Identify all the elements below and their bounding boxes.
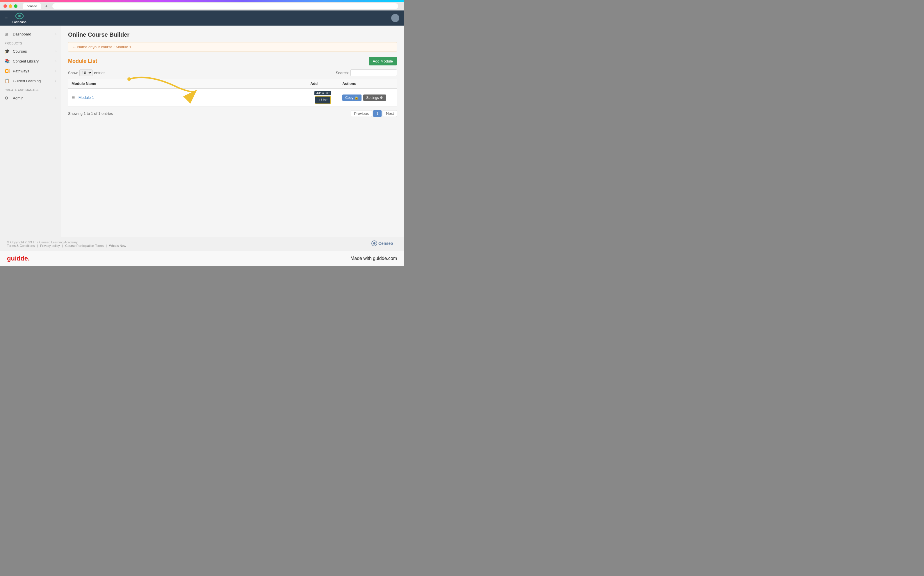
search-input[interactable] bbox=[351, 69, 397, 76]
entries-label: entries bbox=[94, 70, 106, 75]
show-label: Show bbox=[68, 70, 78, 75]
svg-text:Censeo: Censeo bbox=[378, 241, 393, 246]
sidebar-label-pathways: Pathways bbox=[13, 69, 52, 73]
module-name-cell: ☰ Module 1 bbox=[68, 88, 307, 107]
show-entries: Show 10 25 50 entries bbox=[68, 69, 106, 76]
svg-point-5 bbox=[373, 242, 375, 245]
next-button[interactable]: Next bbox=[383, 110, 397, 117]
sidebar-item-admin[interactable]: ⚙ Admin › bbox=[0, 93, 61, 103]
sidebar-arrow-content-library: › bbox=[55, 59, 56, 63]
sidebar-label-courses: Courses bbox=[13, 49, 52, 53]
previous-button[interactable]: Previous bbox=[351, 110, 372, 117]
sidebar-arrow-pathways: › bbox=[55, 69, 56, 73]
footer-links: Terms & Conditions | Privacy policy | Co… bbox=[7, 244, 126, 248]
sidebar-item-pathways[interactable]: 🔀 Pathways › bbox=[0, 66, 61, 76]
hamburger-icon[interactable]: ≡ bbox=[5, 15, 8, 21]
col-add: Add bbox=[307, 79, 339, 88]
sidebar-arrow-guided-learning: › bbox=[55, 79, 56, 83]
whats-new-link[interactable]: What's New bbox=[109, 244, 126, 248]
privacy-link[interactable]: Privacy policy bbox=[40, 244, 59, 248]
sidebar-item-courses[interactable]: 🎓 Courses › bbox=[0, 46, 61, 56]
search-bar: Search: bbox=[336, 69, 397, 76]
settings-button[interactable]: Settings ⚙ bbox=[363, 94, 386, 101]
add-unit-tooltip: Add a unit bbox=[314, 91, 331, 95]
module-list-title: Module List bbox=[68, 58, 97, 64]
breadcrumb: ← Name of your course / Module 1 bbox=[68, 42, 397, 52]
drag-handle-icon[interactable]: ☰ bbox=[72, 95, 75, 100]
traffic-lights bbox=[3, 4, 18, 8]
add-unit-button[interactable]: + Unit bbox=[315, 96, 331, 104]
sidebar-label-admin: Admin bbox=[13, 96, 52, 100]
admin-icon: ⚙ bbox=[5, 96, 10, 100]
entries-select[interactable]: 10 25 50 bbox=[79, 69, 93, 76]
sidebar-arrow-admin: › bbox=[55, 96, 56, 100]
guidde-tagline: Made with guidde.com bbox=[351, 256, 397, 261]
courses-icon: 🎓 bbox=[5, 49, 10, 53]
svg-point-1 bbox=[18, 15, 21, 17]
censeo-footer-logo: Censeo bbox=[371, 239, 397, 248]
page-1-button[interactable]: 1 bbox=[373, 110, 381, 117]
module-name-link[interactable]: Module 1 bbox=[78, 95, 94, 100]
sidebar-label-guided-learning: Guided Learning bbox=[13, 79, 52, 83]
user-avatar bbox=[391, 14, 399, 22]
products-section-label: PRODUCTS bbox=[0, 39, 61, 46]
browser-chrome: censeo + bbox=[0, 2, 404, 10]
footer-sep2: | bbox=[62, 244, 63, 248]
dashboard-icon: ⊞ bbox=[5, 32, 10, 36]
table-wrapper: Module Name Add Actions ☰ Module 1 Add bbox=[68, 79, 397, 107]
sidebar-label-content-library: Content Library bbox=[13, 59, 52, 63]
tab-label: censeo bbox=[27, 4, 37, 8]
logo-container: Censeo bbox=[13, 12, 27, 24]
main-layout: ⊞ Dashboard › PRODUCTS 🎓 Courses › 📚 Con… bbox=[0, 26, 404, 237]
sidebar-label-dashboard: Dashboard bbox=[13, 32, 52, 36]
col-actions: Actions bbox=[339, 79, 397, 88]
guided-learning-icon: 📋 bbox=[5, 78, 10, 83]
footer-sep1: | bbox=[37, 244, 38, 248]
footer-sep3: | bbox=[106, 244, 107, 248]
copy-button[interactable]: Copy 🔒 bbox=[342, 94, 362, 101]
pagination-showing: Showing 1 to 1 of 1 entries bbox=[68, 111, 113, 116]
nav-user bbox=[391, 14, 399, 22]
action-buttons: Copy 🔒 Settings ⚙ bbox=[342, 94, 394, 101]
table-controls: Show 10 25 50 entries Search: bbox=[68, 69, 397, 76]
url-bar[interactable] bbox=[52, 3, 398, 9]
table-row: ☰ Module 1 Add a unit + Unit Copy 🔒 bbox=[68, 88, 397, 107]
terms-link[interactable]: Terms & Conditions bbox=[7, 244, 35, 248]
col-module-name: Module Name bbox=[68, 79, 307, 88]
footer-logo: Censeo bbox=[371, 239, 397, 248]
pagination-controls: Previous 1 Next bbox=[351, 110, 397, 117]
guidde-bar: guidde. Made with guidde.com bbox=[0, 251, 404, 266]
sidebar-arrow-courses: › bbox=[55, 50, 56, 53]
tl-red[interactable] bbox=[3, 4, 7, 8]
module-table: Module Name Add Actions ☰ Module 1 Add bbox=[68, 79, 397, 107]
sidebar-item-guided-learning[interactable]: 📋 Guided Learning › bbox=[0, 76, 61, 86]
breadcrumb-back-link[interactable]: ← Name of your course bbox=[72, 45, 112, 49]
pagination-bar: Showing 1 to 1 of 1 entries Previous 1 N… bbox=[68, 110, 397, 117]
page-footer: © Copyright 2023 The Censeo Learning Aca… bbox=[0, 237, 404, 251]
add-module-button[interactable]: Add Module bbox=[369, 57, 397, 66]
guidde-logo: guidde. bbox=[7, 255, 30, 262]
top-nav: ≡ Censeo bbox=[0, 10, 404, 26]
sidebar: ⊞ Dashboard › PRODUCTS 🎓 Courses › 📚 Con… bbox=[0, 26, 61, 237]
sidebar-item-dashboard[interactable]: ⊞ Dashboard › bbox=[0, 29, 61, 39]
breadcrumb-current[interactable]: Module 1 bbox=[116, 45, 131, 49]
add-unit-cell: Add a unit + Unit bbox=[307, 88, 339, 107]
sidebar-item-content-library[interactable]: 📚 Content Library › bbox=[0, 56, 61, 66]
pathways-icon: 🔀 bbox=[5, 69, 10, 73]
breadcrumb-sep: / bbox=[114, 45, 115, 49]
create-section-label: CREATE AND MANAGE bbox=[0, 86, 61, 93]
logo-icon bbox=[15, 12, 24, 20]
page-title: Online Course Builder bbox=[68, 31, 397, 38]
logo-text: Censeo bbox=[13, 20, 27, 24]
sidebar-arrow-dashboard: › bbox=[55, 32, 56, 36]
footer-left: © Copyright 2023 The Censeo Learning Aca… bbox=[7, 240, 126, 248]
course-participation-terms-link[interactable]: Course Participation Terms bbox=[65, 244, 104, 248]
browser-tab[interactable]: censeo bbox=[23, 3, 41, 9]
module-list-header: Module List Add Module bbox=[68, 57, 397, 66]
tl-yellow[interactable] bbox=[9, 4, 12, 8]
search-label: Search: bbox=[336, 70, 349, 75]
tab-plus-button[interactable]: + bbox=[45, 4, 47, 8]
copyright-text: © Copyright 2023 The Censeo Learning Aca… bbox=[7, 240, 78, 244]
content-library-icon: 📚 bbox=[5, 59, 10, 63]
tl-green[interactable] bbox=[14, 4, 18, 8]
